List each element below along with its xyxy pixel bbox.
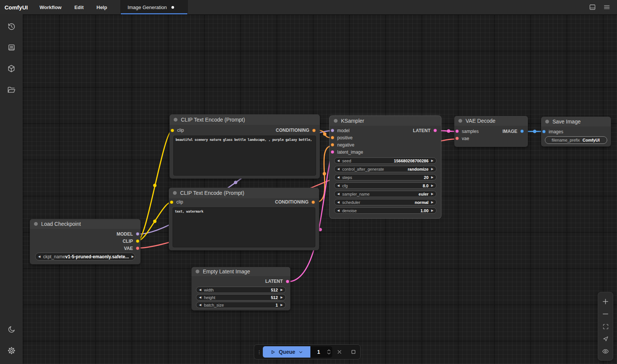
scheduler-widget[interactable]: ◀schedulernormal▶: [334, 199, 437, 205]
input-label: model: [337, 128, 350, 133]
increment-arrow-icon[interactable]: ▶: [131, 255, 134, 258]
history-icon[interactable]: [0, 16, 23, 37]
height-widget[interactable]: ◀height512▶: [196, 294, 286, 301]
drag-handle-icon[interactable]: ⋮: [254, 349, 263, 355]
output-slot-image[interactable]: [520, 130, 524, 133]
decrement-arrow-icon[interactable]: ◀: [337, 168, 339, 171]
play-icon: [270, 349, 276, 355]
clear-queue-icon[interactable]: [332, 349, 346, 355]
output-slot-conditioning[interactable]: [312, 129, 316, 132]
node-ksampler[interactable]: KSampler model LATENT positive negative …: [330, 116, 441, 218]
increment-arrow-icon[interactable]: ▶: [431, 184, 433, 187]
stop-icon[interactable]: [346, 349, 360, 355]
output-label: LATENT: [265, 279, 283, 284]
tab-label: Image Generation: [128, 5, 167, 10]
filename-prefix-widget[interactable]: filename_prefix ComfyUI: [545, 136, 607, 144]
zoom-in-icon[interactable]: [602, 298, 609, 305]
theme-toggle-icon[interactable]: [0, 319, 23, 340]
node-title: VAE Decode: [466, 118, 495, 124]
decrement-arrow-icon[interactable]: ◀: [337, 209, 339, 212]
queue-button[interactable]: Queue: [263, 346, 310, 358]
node-empty-latent-image[interactable]: Empty Latent Image LATENT ◀width512▶ ◀he…: [191, 267, 290, 310]
node-status-dot: [334, 119, 338, 123]
decrement-arrow-icon[interactable]: ◀: [199, 288, 201, 292]
queue-list-icon[interactable]: [0, 37, 23, 58]
steps-widget[interactable]: ◀steps20▶: [334, 174, 437, 180]
input-slot-positive[interactable]: [331, 136, 334, 139]
increment-arrow-icon[interactable]: ▶: [431, 159, 433, 162]
ckpt-name-widget[interactable]: ◀ ckpt_name v1-5-pruned-emaonly.safete..…: [35, 253, 135, 261]
node-vae-decode[interactable]: VAE Decode samples IMAGE vae: [454, 116, 528, 147]
decrement-arrow-icon[interactable]: ◀: [337, 184, 339, 187]
input-slot-negative[interactable]: [331, 143, 334, 147]
node-status-dot: [34, 222, 38, 226]
output-slot-model[interactable]: [136, 232, 139, 236]
node-clip-text-encode-positive[interactable]: CLIP Text Encode (Prompt) clip CONDITION…: [170, 114, 320, 179]
menu-edit[interactable]: Edit: [68, 0, 90, 14]
toggle-link-visibility-icon[interactable]: [602, 348, 609, 355]
batch-count-input[interactable]: 1: [310, 346, 332, 358]
node-load-checkpoint[interactable]: Load Checkpoint MODEL CLIP VAE ◀ ckpt_na…: [30, 219, 140, 264]
input-slot-samples[interactable]: [455, 130, 459, 133]
input-slot-model[interactable]: [331, 129, 334, 132]
increment-arrow-icon[interactable]: ▶: [431, 168, 433, 171]
input-slot-latent-image[interactable]: [331, 150, 334, 154]
denoise-widget[interactable]: ◀denoise1.00▶: [334, 207, 437, 214]
decrement-arrow-icon[interactable]: ◀: [199, 296, 201, 299]
node-title: CLIP Text Encode (Prompt): [181, 117, 245, 123]
stepper-up-icon[interactable]: [327, 349, 331, 352]
increment-arrow-icon[interactable]: ▶: [281, 288, 283, 292]
decrement-arrow-icon[interactable]: ◀: [199, 304, 201, 307]
input-slot-clip[interactable]: [171, 129, 174, 132]
input-slot-images[interactable]: [542, 130, 546, 133]
node-save-image[interactable]: Save Image images filename_prefix ComfyU…: [541, 117, 611, 147]
decrement-arrow-icon[interactable]: ◀: [337, 201, 339, 204]
node-clip-text-encode-negative[interactable]: CLIP Text Encode (Prompt) clip CONDITION…: [169, 188, 319, 250]
input-label: latent_image: [337, 150, 363, 155]
seed-widget[interactable]: ◀seed156680208700286▶: [334, 157, 437, 164]
increment-arrow-icon[interactable]: ▶: [281, 296, 283, 299]
menu-icon[interactable]: [600, 0, 614, 14]
node-title: KSampler: [341, 118, 364, 124]
bottom-panel-icon[interactable]: [585, 0, 600, 14]
fit-view-icon[interactable]: [602, 323, 609, 330]
output-label: LATENT: [413, 128, 430, 133]
tab-image-generation[interactable]: Image Generation: [120, 0, 188, 14]
input-label: clip: [176, 199, 183, 205]
workflows-folder-icon[interactable]: [0, 79, 23, 100]
menu-workflow[interactable]: Workflow: [33, 0, 68, 14]
chevron-down-icon[interactable]: [298, 350, 303, 355]
batch-size-widget[interactable]: ◀batch_size1▶: [196, 302, 286, 308]
decrement-arrow-icon[interactable]: ◀: [38, 255, 40, 258]
output-slot-latent[interactable]: [433, 129, 437, 132]
output-slot-conditioning[interactable]: [312, 201, 315, 204]
output-slot-clip[interactable]: [136, 239, 139, 243]
decrement-arrow-icon[interactable]: ◀: [337, 159, 339, 162]
increment-arrow-icon[interactable]: ▶: [431, 201, 433, 204]
increment-arrow-icon[interactable]: ▶: [281, 304, 283, 307]
input-label: positive: [337, 135, 353, 140]
model-library-icon[interactable]: [0, 58, 23, 79]
decrement-arrow-icon[interactable]: ◀: [337, 193, 339, 196]
select-mode-icon[interactable]: [602, 335, 609, 342]
menu-help[interactable]: Help: [90, 0, 114, 14]
cfg-widget[interactable]: ◀cfg8.0▶: [334, 182, 437, 189]
input-slot-vae[interactable]: [455, 137, 459, 140]
prompt-textarea[interactable]: beautiful scenery nature glass bottle la…: [173, 136, 316, 176]
decrement-arrow-icon[interactable]: ◀: [337, 176, 339, 179]
zoom-out-icon[interactable]: [602, 310, 609, 318]
width-widget[interactable]: ◀width512▶: [196, 287, 286, 293]
node-graph-canvas[interactable]: [23, 14, 617, 364]
increment-arrow-icon[interactable]: ▶: [431, 209, 433, 212]
increment-arrow-icon[interactable]: ▶: [431, 176, 433, 179]
prompt-textarea[interactable]: text, watermark: [173, 207, 315, 247]
node-title: CLIP Text Encode (Prompt): [180, 190, 244, 196]
settings-icon[interactable]: [0, 340, 23, 361]
input-slot-clip[interactable]: [170, 201, 173, 204]
increment-arrow-icon[interactable]: ▶: [431, 193, 433, 196]
output-slot-latent[interactable]: [286, 280, 289, 283]
sampler-name-widget[interactable]: ◀sampler_nameeuler▶: [334, 191, 437, 197]
stepper-down-icon[interactable]: [327, 352, 331, 355]
control-after-generate-widget[interactable]: ◀control_after_generaterandomize▶: [334, 166, 437, 172]
output-slot-vae[interactable]: [136, 247, 139, 250]
